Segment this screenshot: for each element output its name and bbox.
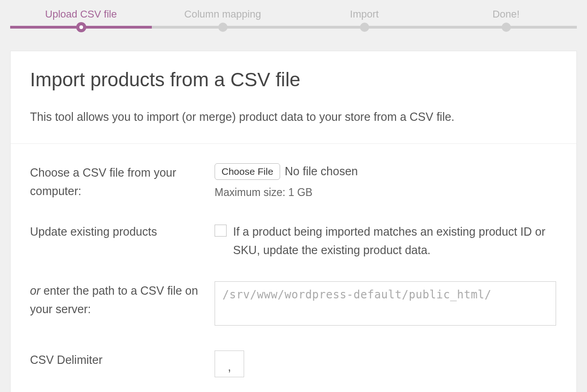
update-existing-checkbox[interactable] [215, 225, 227, 237]
import-card: Import products from a CSV file This too… [10, 51, 577, 392]
update-existing-description: If a product being imported matches an e… [233, 222, 557, 259]
delimiter-input[interactable] [215, 350, 244, 377]
progress-dot-1 [76, 22, 86, 32]
progress-track [10, 26, 577, 29]
update-existing-label: Update existing products [30, 222, 215, 241]
step-mapping: Column mapping [152, 8, 294, 20]
file-field-label: Choose a CSV file from your computer: [30, 163, 215, 200]
step-upload: Upload CSV file [10, 8, 152, 20]
file-size-hint: Maximum size: 1 GB [215, 186, 557, 199]
page-title: Import products from a CSV file [30, 69, 557, 91]
progress-dot-3 [360, 23, 369, 32]
server-path-label: or enter the path to a CSV file on your … [30, 281, 215, 318]
progress-stepper: Upload CSV file Column mapping Import Do… [10, 0, 577, 29]
file-status: No file chosen [285, 165, 358, 178]
delimiter-label: CSV Delimiter [30, 350, 215, 369]
choose-file-button[interactable]: Choose File [215, 163, 280, 180]
step-import: Import [294, 8, 435, 20]
page-description: This tool allows you to import (or merge… [30, 108, 557, 126]
server-path-input[interactable] [215, 281, 556, 326]
progress-dot-4 [502, 23, 511, 32]
progress-dot-2 [218, 23, 228, 32]
step-done: Done! [435, 8, 577, 20]
